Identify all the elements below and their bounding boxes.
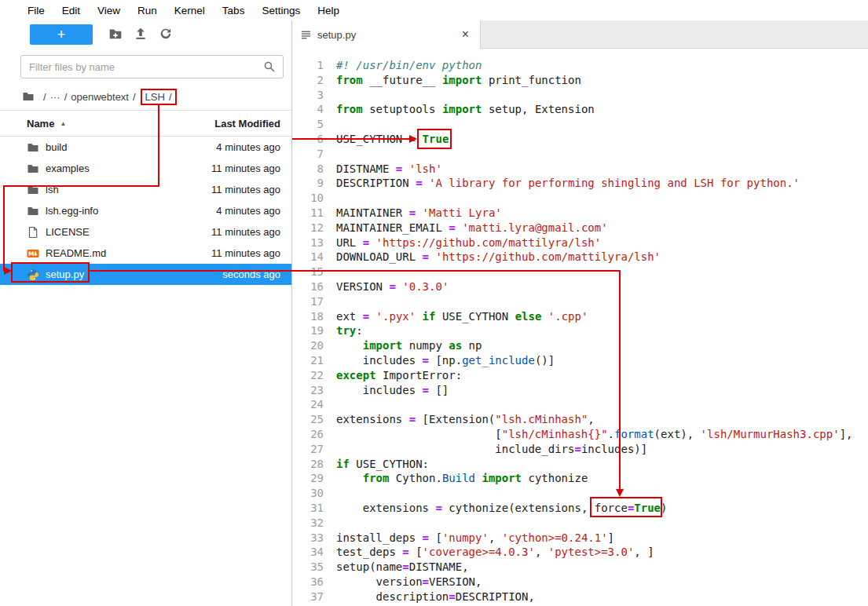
breadcrumb: / ··· / openwebtext / LSH / — [0, 83, 291, 110]
menu-settings[interactable]: Settings — [253, 2, 309, 20]
line-number: 11 — [292, 206, 324, 221]
file-row-setup.py[interactable]: setup.pyseconds ago — [0, 264, 291, 285]
code-line-2: 2from __future__ import print_function — [292, 73, 868, 88]
code-line-11: 11MAINTAINER = 'Matti Lyra' — [292, 206, 868, 221]
line-number: 17 — [292, 294, 324, 309]
code-line-13: 13URL = 'https://github.com/mattilyra/ls… — [292, 235, 868, 250]
breadcrumb-separator: / — [169, 91, 172, 103]
file-name: lsh — [46, 184, 59, 195]
code-line-9: 9DESCRIPTION = 'A library for performing… — [292, 176, 868, 191]
file-last-modified: seconds ago — [222, 268, 280, 280]
code-line-33: 33install_deps = ['numpy', 'cython>=0.24… — [292, 531, 868, 546]
line-number: 37 — [292, 590, 324, 604]
code-line-28: 28if USE_CYTHON: — [292, 457, 868, 472]
line-number: 33 — [292, 531, 324, 546]
folder-icon — [27, 141, 39, 154]
code-line-5: 5 — [292, 117, 868, 132]
file-name: examples — [46, 162, 90, 174]
file-list: build4 minutes agoexamples11 minutes ago… — [0, 137, 291, 606]
line-number: 13 — [292, 235, 324, 250]
breadcrumb-ellipsis[interactable]: ··· — [50, 91, 60, 103]
line-number: 4 — [292, 102, 324, 117]
code-editor[interactable]: 1#! /usr/bin/env python2from __future__ … — [292, 49, 868, 606]
line-number: 2 — [292, 73, 324, 88]
line-number: 30 — [292, 486, 324, 501]
file-last-modified: 11 minutes ago — [211, 162, 280, 174]
folder-icon — [27, 205, 39, 217]
file-row-README.md[interactable]: MREADME.md11 minutes ago — [0, 243, 291, 264]
column-header-last-modified[interactable]: Last Modified — [214, 118, 280, 130]
code-line-32: 32 — [292, 516, 868, 531]
line-number: 10 — [292, 191, 324, 206]
tab-label: setup.py — [317, 29, 459, 41]
column-header-name[interactable]: Name ▲ — [27, 118, 66, 130]
filter-files-input[interactable] — [20, 55, 284, 78]
line-number: 23 — [292, 383, 324, 398]
code-line-3: 3 — [292, 88, 868, 103]
close-tab-icon[interactable]: × — [459, 27, 472, 42]
breadcrumb-separator: / — [43, 91, 46, 103]
tab-setup-py[interactable]: setup.py × — [292, 20, 481, 49]
file-last-modified: 4 minutes ago — [216, 141, 280, 153]
file-row-lsh.egg-info[interactable]: lsh.egg-info4 minutes ago — [0, 200, 291, 221]
code-line-20: 20 import numpy as np — [292, 338, 868, 353]
code-line-36: 36 version=VERSION, — [292, 575, 868, 590]
menu-kernel[interactable]: Kernel — [166, 2, 214, 20]
code-line-6: 6USE_CYTHON = True — [292, 132, 868, 147]
code-line-15: 15 — [292, 265, 868, 279]
folder-icon — [27, 162, 39, 175]
file-row-examples[interactable]: examples11 minutes ago — [0, 158, 291, 179]
menu-view[interactable]: View — [89, 2, 129, 20]
file-name: lsh.egg-info — [46, 205, 98, 217]
file-name: build — [46, 141, 67, 153]
search-icon — [263, 60, 276, 76]
file-name: LICENSE — [46, 226, 90, 238]
line-number: 24 — [292, 397, 324, 412]
code-line-30: 30 — [292, 486, 868, 501]
line-number: 6 — [292, 132, 324, 147]
line-number: 32 — [292, 516, 324, 531]
file-row-LICENSE[interactable]: LICENSE11 minutes ago — [0, 221, 291, 243]
code-line-7: 7 — [292, 147, 868, 162]
refresh-button[interactable] — [156, 24, 176, 45]
root-folder-icon[interactable] — [22, 90, 35, 103]
code-line-1: 1#! /usr/bin/env python — [292, 58, 868, 73]
folder-icon — [27, 184, 39, 196]
breadcrumb-separator: / — [133, 91, 136, 103]
file-row-build[interactable]: build4 minutes ago — [0, 137, 291, 158]
code-line-8: 8DISTNAME = 'lsh' — [292, 162, 868, 177]
line-number: 34 — [292, 545, 324, 560]
code-line-12: 12MAINTAINER_EMAIL = 'matti.lyra@gmail.c… — [292, 221, 868, 235]
line-number: 8 — [292, 162, 324, 177]
file-browser: + / ··· / openwebtext / LSH / — [0, 20, 292, 606]
line-number: 1 — [292, 58, 324, 73]
menu-help[interactable]: Help — [309, 2, 348, 20]
file-row-lsh[interactable]: lsh11 minutes ago — [0, 179, 291, 200]
menu-edit[interactable]: Edit — [53, 2, 89, 20]
upload-button[interactable] — [130, 24, 151, 45]
breadcrumb-item-openwebtext[interactable]: openwebtext — [71, 91, 129, 103]
code-line-24: 24 — [292, 397, 868, 412]
text-editor-icon — [300, 29, 312, 41]
menu-file[interactable]: File — [19, 2, 53, 20]
file-name: setup.py — [46, 268, 84, 280]
code-line-27: 27 include_dirs=includes)] — [292, 442, 868, 457]
tab-bar: setup.py × — [292, 20, 868, 49]
menu-tabs[interactable]: Tabs — [214, 2, 254, 20]
code-line-29: 29 from Cython.Build import cythonize — [292, 471, 868, 486]
code-line-18: 18ext = '.pyx' if USE_CYTHON else '.cpp' — [292, 309, 868, 324]
code-line-37: 37 description=DESCRIPTION, — [292, 590, 868, 604]
code-line-23: 23 includes = [] — [292, 383, 868, 398]
new-folder-button[interactable] — [105, 24, 126, 45]
line-number: 29 — [292, 471, 324, 486]
new-launcher-button[interactable]: + — [30, 24, 93, 45]
file-last-modified: 4 minutes ago — [216, 205, 280, 217]
line-number: 12 — [292, 221, 324, 235]
line-number: 28 — [292, 457, 324, 472]
line-number: 31 — [292, 501, 324, 516]
code-line-16: 16VERSION = '0.3.0' — [292, 279, 868, 294]
breadcrumb-separator: / — [64, 91, 68, 103]
line-number: 19 — [292, 323, 324, 338]
breadcrumb-item-lsh[interactable]: LSH — [145, 91, 165, 103]
menu-run[interactable]: Run — [129, 2, 166, 20]
